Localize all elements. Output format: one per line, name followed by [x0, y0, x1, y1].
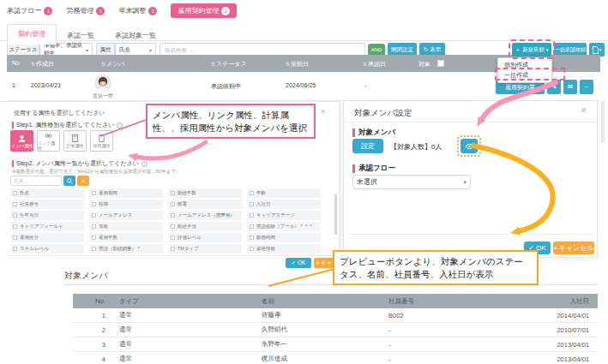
sort-icon: ⇅ [31, 62, 35, 67]
chevron-down-icon: ▾ [599, 48, 602, 52]
attribute-option[interactable]: 勤務時間 [247, 233, 321, 242]
approval-flow-select[interactable]: 未選択 ▾ [352, 175, 471, 189]
checkbox-icon [250, 247, 254, 251]
minus-icon: − [585, 84, 589, 91]
column-header-status[interactable]: ⇅ステータス [211, 60, 247, 69]
column-header-hired: 入社日 [541, 297, 598, 306]
attribute-filter-value: 氏名 [119, 46, 130, 54]
attribute-option[interactable]: メールアドレス（携帯用） [168, 211, 242, 220]
remove-button[interactable]: − [580, 80, 593, 94]
table-row[interactable]: 3通常永野年一-2013/04/01 [73, 337, 598, 352]
checkbox-icon [92, 191, 96, 195]
annotation-box-attributes: メンバ属性、リンク属性、計算属性、、採用属性から対象メンバを選択 [146, 104, 316, 139]
notification-badge: 2 [221, 7, 230, 15]
attribute-option[interactable]: キャリアステージ [247, 211, 321, 220]
attribute-option[interactable]: 勤続年数 [168, 188, 242, 198]
checkbox-icon [92, 224, 96, 229]
checkbox-icon [171, 224, 175, 229]
attribute-option[interactable]: 勤続手当 [168, 222, 242, 231]
attribute-option[interactable]: 英語経験（プール）＊＊＊ [247, 222, 321, 231]
dialog-scrollbar[interactable] [334, 194, 337, 235]
panel-title-divider [344, 122, 599, 122]
target-member-settings-panel: 対象メンバ設定 × 対象メンバ 設定 【対象人数】0人 承認フロー 未選択 ▾ … [343, 100, 598, 258]
attribute-option[interactable]: 等級 [89, 222, 163, 231]
annotation-box-preview: プレビューボタンより、対象メンバのステータス、名前、社員番号、入社日が表示 [333, 250, 539, 285]
column-header-target: 対象 [418, 60, 430, 69]
column-header-created[interactable]: ⇅作成日 [31, 60, 54, 69]
row-requested-date: 2024/06/25 [286, 82, 316, 88]
and-condition-badge[interactable]: AND [368, 44, 385, 56]
checkbox-icon [250, 202, 254, 206]
attribute-option[interactable]: 生年月日 [10, 211, 84, 220]
select-all-checkbox[interactable] [437, 60, 444, 67]
column-header-type: タイプ [109, 297, 255, 306]
mail-button[interactable]: ✉ [563, 80, 577, 94]
attribute-option[interactable]: 部署 [168, 200, 242, 209]
refresh-icon: ↻ [424, 47, 428, 53]
type-button-member-attribute[interactable]: メンバ属性 [10, 130, 33, 152]
attribute-option[interactable]: 雇用年数 [89, 233, 163, 242]
member-section-label: 対象メンバ [358, 128, 395, 138]
panel-footer-divider [351, 234, 593, 235]
table-row[interactable]: 2通常久野絹代-2010/07/01 [73, 323, 598, 337]
panel-title: 対象メンバ設定 [354, 108, 412, 119]
page-scrollbar[interactable] [601, 100, 605, 143]
section-accent-bar [352, 164, 355, 173]
tab-contract-management[interactable]: 契約管理 [7, 24, 57, 45]
sort-icon: ⇅ [211, 62, 215, 67]
table-row[interactable]: 4通常梶川道成-2013/04/01 [73, 352, 598, 364]
column-header-requested[interactable]: ⇅依頼日 [286, 60, 309, 69]
attribute-clear-button[interactable]: × [77, 176, 89, 186]
nav-tab-labor[interactable]: 労務管理 1 [66, 6, 105, 15]
attribute-option[interactable]: 氏名 [10, 188, 84, 198]
approval-flow-value: 未選択 [357, 177, 377, 187]
attribute-option[interactable]: キャリアフィールド [10, 222, 84, 231]
attribute-search-input[interactable] [10, 176, 62, 186]
nav-tab-year-end[interactable]: 年末調整 1 [118, 6, 157, 15]
document-icon [98, 134, 105, 142]
type-button-calc-attribute[interactable]: 計算属性 [63, 130, 87, 152]
attribute-option[interactable]: スキルレベル [10, 244, 84, 254]
person-icon [18, 134, 26, 142]
column-header-member[interactable]: ⇅メンバ [101, 60, 125, 69]
attribute-option[interactable]: 資格情報 [247, 244, 321, 254]
close-icon[interactable]: × [581, 104, 587, 116]
attribute-option[interactable]: 役職 [89, 200, 163, 209]
attribute-option[interactable]: 社員番号 [10, 200, 84, 209]
attribute-option[interactable]: メールアドレス [89, 211, 163, 220]
attribute-option[interactable]: 年齢 [247, 188, 321, 198]
dialog-ok-button[interactable]: ✓OK [286, 258, 311, 268]
table-row[interactable]: 1通常佐藤孝B0022014/04/01 [73, 308, 598, 323]
close-icon[interactable]: × [321, 107, 325, 116]
row-approved-date: - [364, 82, 366, 88]
check-icon: ✓ [292, 260, 296, 266]
dialog-footer-divider [7, 255, 334, 256]
checkbox-icon [171, 191, 175, 195]
set-members-button[interactable]: 設定 [352, 139, 383, 153]
attribute-option[interactable]: 入社日 [247, 200, 321, 209]
search-icon [67, 178, 73, 184]
type-button-recruit-attribute[interactable]: 採用属性 [90, 130, 113, 152]
checkbox-icon [92, 213, 96, 218]
info-icon: i [141, 161, 147, 167]
column-header-approved[interactable]: ⇅承認日 [363, 60, 386, 69]
nav-tab-employment-contract-active[interactable]: 雇用契約管理 2 [171, 3, 237, 18]
attribute-option[interactable]: 雇用区分 [10, 233, 84, 242]
checkbox-icon [171, 213, 175, 218]
attribute-option[interactable]: TMタイプ [168, 244, 242, 254]
column-header-name: 名前 [255, 297, 382, 306]
nav-tab-approval-flow[interactable]: 承認フロー 1 [7, 6, 52, 15]
attribute-option[interactable]: 英語（勤続調整）＊ [89, 244, 163, 254]
sort-icon: ⇅ [286, 62, 290, 67]
attribute-type-buttons: メンバ属性 リンク属性 計算属性 採用属性 [10, 130, 113, 152]
cross-icon: × [81, 178, 85, 184]
section-accent-bar [12, 160, 14, 167]
panel-cancel-button[interactable]: ×キャンセル [553, 242, 594, 254]
attribute-option[interactable]: 雇用期間 [89, 188, 163, 198]
type-button-link-attribute[interactable]: リンク属性 [37, 130, 60, 152]
attribute-search-button[interactable] [63, 176, 75, 186]
tab-approval-target-list[interactable]: 承認対象一覧 [105, 27, 166, 45]
attribute-option[interactable]: 評価レベル [168, 233, 242, 242]
notification-badge: 1 [148, 7, 157, 15]
column-header-empno: 社員番号 [382, 297, 541, 306]
